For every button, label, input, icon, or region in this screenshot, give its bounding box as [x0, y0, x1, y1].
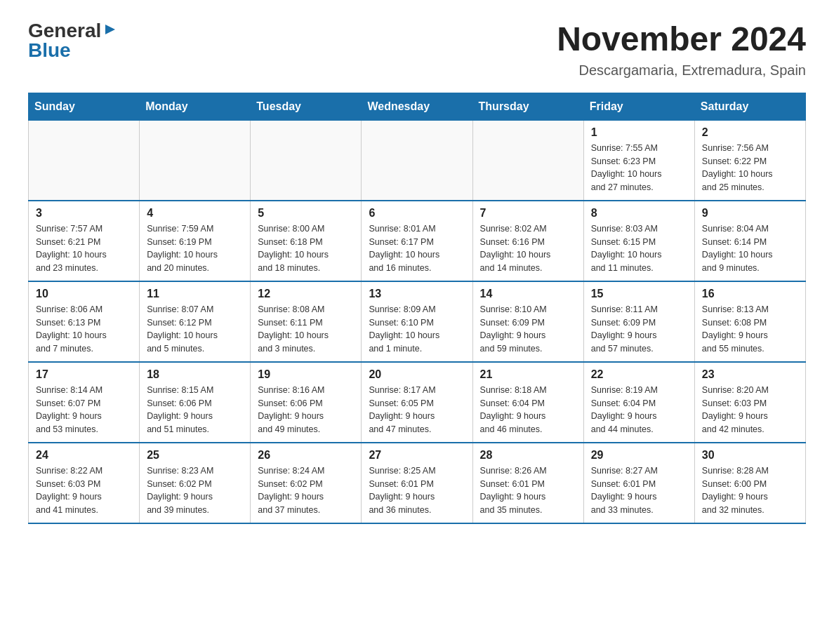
calendar-cell: 21Sunrise: 8:18 AMSunset: 6:04 PMDayligh… — [472, 362, 583, 443]
calendar-cell: 24Sunrise: 8:22 AMSunset: 6:03 PMDayligh… — [29, 443, 140, 523]
day-info: Sunrise: 8:07 AMSunset: 6:12 PMDaylight:… — [147, 303, 243, 356]
day-number: 25 — [147, 449, 243, 462]
day-number: 10 — [36, 288, 132, 300]
day-info: Sunrise: 7:56 AMSunset: 6:22 PMDaylight:… — [702, 142, 798, 194]
calendar-cell: 3Sunrise: 7:57 AMSunset: 6:21 PMDaylight… — [29, 201, 140, 281]
day-number: 13 — [369, 288, 465, 300]
calendar-day-header: Sunday — [29, 93, 140, 120]
day-number: 24 — [36, 449, 132, 462]
calendar-cell: 30Sunrise: 8:28 AMSunset: 6:00 PMDayligh… — [694, 443, 805, 523]
day-info: Sunrise: 8:06 AMSunset: 6:13 PMDaylight:… — [36, 303, 132, 356]
calendar-header-row: SundayMondayTuesdayWednesdayThursdayFrid… — [29, 93, 806, 120]
calendar-cell: 4Sunrise: 7:59 AMSunset: 6:19 PMDaylight… — [140, 201, 251, 281]
calendar-cell — [251, 120, 362, 201]
calendar-cell: 29Sunrise: 8:27 AMSunset: 6:01 PMDayligh… — [583, 443, 694, 523]
calendar-week-row: 24Sunrise: 8:22 AMSunset: 6:03 PMDayligh… — [29, 443, 806, 523]
logo-blue-text: Blue — [28, 41, 71, 60]
calendar-week-row: 10Sunrise: 8:06 AMSunset: 6:13 PMDayligh… — [29, 281, 806, 362]
calendar-day-header: Tuesday — [251, 93, 362, 120]
calendar-week-row: 3Sunrise: 7:57 AMSunset: 6:21 PMDaylight… — [29, 201, 806, 281]
calendar-cell: 1Sunrise: 7:55 AMSunset: 6:23 PMDaylight… — [583, 120, 694, 201]
calendar-day-header: Wednesday — [362, 93, 472, 120]
calendar-cell: 8Sunrise: 8:03 AMSunset: 6:15 PMDaylight… — [583, 201, 694, 281]
calendar-title: November 2024 — [557, 21, 806, 58]
day-number: 21 — [480, 368, 576, 381]
calendar-cell: 20Sunrise: 8:17 AMSunset: 6:05 PMDayligh… — [362, 362, 472, 443]
calendar-body: 1Sunrise: 7:55 AMSunset: 6:23 PMDaylight… — [29, 120, 806, 523]
calendar-cell: 28Sunrise: 8:26 AMSunset: 6:01 PMDayligh… — [472, 443, 583, 523]
day-info: Sunrise: 8:25 AMSunset: 6:01 PMDaylight:… — [369, 464, 465, 517]
day-info: Sunrise: 8:20 AMSunset: 6:03 PMDaylight:… — [702, 384, 798, 436]
calendar-cell: 5Sunrise: 8:00 AMSunset: 6:18 PMDaylight… — [251, 201, 362, 281]
day-number: 15 — [591, 288, 687, 300]
calendar-header: SundayMondayTuesdayWednesdayThursdayFrid… — [29, 93, 806, 120]
day-info: Sunrise: 8:17 AMSunset: 6:05 PMDaylight:… — [369, 384, 465, 436]
calendar-cell: 22Sunrise: 8:19 AMSunset: 6:04 PMDayligh… — [583, 362, 694, 443]
calendar-cell: 23Sunrise: 8:20 AMSunset: 6:03 PMDayligh… — [694, 362, 805, 443]
calendar-cell: 19Sunrise: 8:16 AMSunset: 6:06 PMDayligh… — [251, 362, 362, 443]
day-info: Sunrise: 8:00 AMSunset: 6:18 PMDaylight:… — [258, 222, 354, 275]
day-info: Sunrise: 7:57 AMSunset: 6:21 PMDaylight:… — [36, 222, 132, 275]
calendar-cell: 11Sunrise: 8:07 AMSunset: 6:12 PMDayligh… — [140, 281, 251, 362]
day-number: 12 — [258, 288, 354, 300]
day-info: Sunrise: 8:24 AMSunset: 6:02 PMDaylight:… — [258, 464, 354, 517]
day-info: Sunrise: 8:18 AMSunset: 6:04 PMDaylight:… — [480, 384, 576, 436]
calendar-cell — [472, 120, 583, 201]
calendar-day-header: Monday — [140, 93, 251, 120]
day-number: 29 — [591, 449, 687, 462]
calendar-day-header: Saturday — [694, 93, 805, 120]
day-info: Sunrise: 8:02 AMSunset: 6:16 PMDaylight:… — [480, 222, 576, 275]
day-info: Sunrise: 8:16 AMSunset: 6:06 PMDaylight:… — [258, 384, 354, 436]
calendar-cell: 14Sunrise: 8:10 AMSunset: 6:09 PMDayligh… — [472, 281, 583, 362]
calendar-cell: 10Sunrise: 8:06 AMSunset: 6:13 PMDayligh… — [29, 281, 140, 362]
calendar-cell: 15Sunrise: 8:11 AMSunset: 6:09 PMDayligh… — [583, 281, 694, 362]
day-info: Sunrise: 8:14 AMSunset: 6:07 PMDaylight:… — [36, 384, 132, 436]
day-number: 23 — [702, 368, 798, 381]
calendar-cell: 16Sunrise: 8:13 AMSunset: 6:08 PMDayligh… — [694, 281, 805, 362]
calendar-cell: 12Sunrise: 8:08 AMSunset: 6:11 PMDayligh… — [251, 281, 362, 362]
day-number: 5 — [258, 207, 354, 220]
day-info: Sunrise: 8:19 AMSunset: 6:04 PMDaylight:… — [591, 384, 687, 436]
day-number: 2 — [702, 126, 798, 139]
calendar-cell: 9Sunrise: 8:04 AMSunset: 6:14 PMDaylight… — [694, 201, 805, 281]
day-number: 7 — [480, 207, 576, 220]
day-number: 30 — [702, 449, 798, 462]
logo-arrow-icon — [102, 22, 118, 37]
calendar-cell: 18Sunrise: 8:15 AMSunset: 6:06 PMDayligh… — [140, 362, 251, 443]
day-number: 26 — [258, 449, 354, 462]
day-info: Sunrise: 8:09 AMSunset: 6:10 PMDaylight:… — [369, 303, 465, 356]
day-info: Sunrise: 8:13 AMSunset: 6:08 PMDaylight:… — [702, 303, 798, 356]
day-info: Sunrise: 7:55 AMSunset: 6:23 PMDaylight:… — [591, 142, 687, 194]
calendar-cell — [362, 120, 472, 201]
calendar-cell: 13Sunrise: 8:09 AMSunset: 6:10 PMDayligh… — [362, 281, 472, 362]
calendar-cell — [140, 120, 251, 201]
day-number: 20 — [369, 368, 465, 381]
day-number: 28 — [480, 449, 576, 462]
day-info: Sunrise: 8:15 AMSunset: 6:06 PMDaylight:… — [147, 384, 243, 436]
calendar-cell — [29, 120, 140, 201]
day-info: Sunrise: 8:27 AMSunset: 6:01 PMDaylight:… — [591, 464, 687, 517]
calendar-day-header: Thursday — [472, 93, 583, 120]
day-number: 16 — [702, 288, 798, 300]
calendar-cell: 17Sunrise: 8:14 AMSunset: 6:07 PMDayligh… — [29, 362, 140, 443]
calendar-cell: 2Sunrise: 7:56 AMSunset: 6:22 PMDaylight… — [694, 120, 805, 201]
day-number: 11 — [147, 288, 243, 300]
day-number: 27 — [369, 449, 465, 462]
day-info: Sunrise: 8:11 AMSunset: 6:09 PMDaylight:… — [591, 303, 687, 356]
logo: General Blue — [28, 21, 118, 60]
header: General Blue November 2024 Descargamaria… — [28, 21, 806, 79]
day-number: 22 — [591, 368, 687, 381]
day-info: Sunrise: 8:08 AMSunset: 6:11 PMDaylight:… — [258, 303, 354, 356]
day-info: Sunrise: 7:59 AMSunset: 6:19 PMDaylight:… — [147, 222, 243, 275]
day-number: 6 — [369, 207, 465, 220]
day-info: Sunrise: 8:10 AMSunset: 6:09 PMDaylight:… — [480, 303, 576, 356]
day-info: Sunrise: 8:03 AMSunset: 6:15 PMDaylight:… — [591, 222, 687, 275]
day-number: 3 — [36, 207, 132, 220]
calendar-week-row: 17Sunrise: 8:14 AMSunset: 6:07 PMDayligh… — [29, 362, 806, 443]
day-info: Sunrise: 8:04 AMSunset: 6:14 PMDaylight:… — [702, 222, 798, 275]
day-number: 19 — [258, 368, 354, 381]
day-info: Sunrise: 8:28 AMSunset: 6:00 PMDaylight:… — [702, 464, 798, 517]
day-number: 18 — [147, 368, 243, 381]
calendar-day-header: Friday — [583, 93, 694, 120]
calendar-cell: 26Sunrise: 8:24 AMSunset: 6:02 PMDayligh… — [251, 443, 362, 523]
